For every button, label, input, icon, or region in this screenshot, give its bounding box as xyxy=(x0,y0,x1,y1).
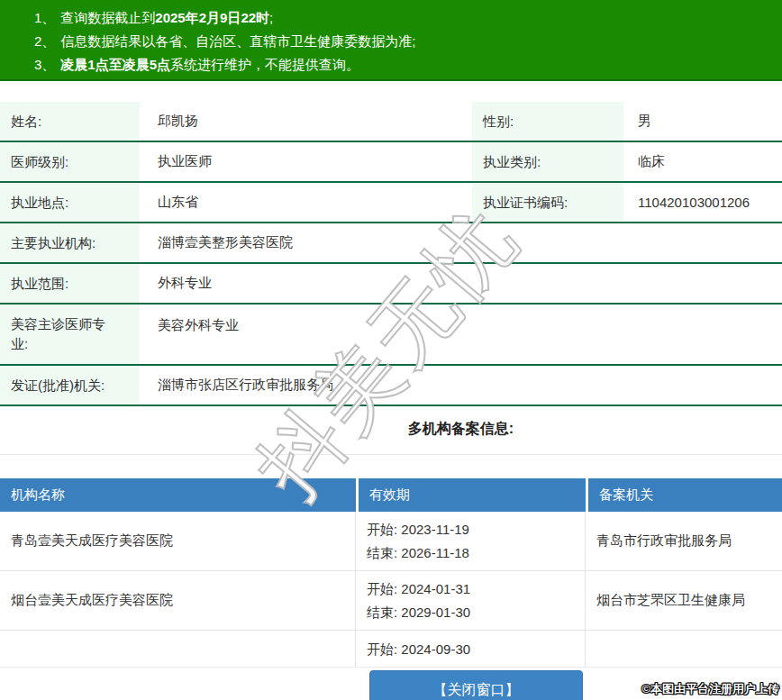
field-value-certificate-number: 110420103001206 xyxy=(623,183,782,222)
table-row: 医师级别: 执业医师 执业类别: 临床 xyxy=(0,142,782,183)
field-label-practice-category: 执业类别: xyxy=(472,142,623,181)
close-window-button[interactable]: 【关闭窗口】 xyxy=(369,670,583,700)
table-row: 主要执业机构: 淄博壹美整形美容医院 xyxy=(0,223,782,264)
cell-validity-period: 开始: 2024-01-31 结束: 2029-01-30 xyxy=(356,571,586,630)
cell-filing-authority: 烟台市芝罘区卫生健康局 xyxy=(586,571,782,630)
notice-text: 系统进行维护，不能提供查询。 xyxy=(170,57,359,72)
section-heading-multi-institution: 多机构备案信息: xyxy=(140,420,782,439)
section-heading-wrap: 多机构备案信息: xyxy=(0,406,782,455)
field-value-issuing-authority: 淄博市张店区行政审批服务局 xyxy=(140,366,782,405)
notice-number: 2、 xyxy=(34,33,55,49)
field-value-gender: 男 xyxy=(623,102,782,141)
notice-text: ; xyxy=(269,10,273,25)
column-header-filing-authority: 备案机关 xyxy=(586,478,782,512)
cell-institution-name: 烟台壹美天成医疗美容医院 xyxy=(0,571,356,630)
filing-table-header: 机构名称 有效期 备案机关 xyxy=(0,478,782,512)
validity-start: 开始: 2023-11-19 xyxy=(367,518,585,541)
field-label-practice-location: 执业地点: xyxy=(0,183,140,222)
field-value-cosmetic-specialty: 美容外科专业 xyxy=(140,305,782,364)
notice-text: 查询数据截止到 xyxy=(60,10,155,25)
validity-end: 结束: 2026-11-18 xyxy=(367,541,585,565)
column-header-validity-period: 有效期 xyxy=(356,478,586,512)
field-value-practice-scope: 外科专业 xyxy=(140,264,782,303)
validity-start: 开始: 2024-01-31 xyxy=(367,577,585,601)
field-label-gender: 性别: xyxy=(472,102,623,141)
field-value-name: 邱凯扬 xyxy=(140,102,472,141)
validity-start: 开始: 2024-09-30 xyxy=(367,638,585,661)
table-row: 烟台壹美天成医疗美容医院 开始: 2024-01-31 结束: 2029-01-… xyxy=(0,571,782,631)
filing-table: 机构名称 有效期 备案机关 青岛壹美天成医疗美容医院 开始: 2023-11-1… xyxy=(0,478,782,685)
validity-end: 结束: 2029-01-30 xyxy=(367,601,585,624)
field-label-cosmetic-specialty: 美容主诊医师专业: xyxy=(0,305,140,364)
table-row: 青岛壹美天成医疗美容医院 开始: 2023-11-19 结束: 2026-11-… xyxy=(0,512,782,571)
page-footer: 【关闭窗口】 xyxy=(0,667,782,700)
notice-text-bold: 凌晨1点至凌晨5点 xyxy=(60,57,170,72)
notice-number: 3、 xyxy=(34,57,55,72)
field-value-practice-location: 山东省 xyxy=(140,183,472,222)
field-label-certificate-number: 执业证书编码: xyxy=(472,183,623,222)
notice-text-bold: 2025年2月9日22时 xyxy=(155,10,269,25)
notice-line-3: 3、凌晨1点至凌晨5点系统进行维护，不能提供查询。 xyxy=(0,53,782,77)
field-value-main-institution: 淄博壹美整形美容医院 xyxy=(140,223,782,262)
notice-banner: 1、查询数据截止到2025年2月9日22时; 2、信息数据结果以各省、自治区、直… xyxy=(0,0,782,81)
field-value-physician-level: 执业医师 xyxy=(140,142,472,181)
cell-filing-authority: 青岛市行政审批服务局 xyxy=(586,512,782,570)
practitioner-info-table: 姓名: 邱凯扬 性别: 男 医师级别: 执业医师 执业类别: 临床 执业地点: … xyxy=(0,102,782,406)
table-row: 姓名: 邱凯扬 性别: 男 xyxy=(0,102,782,142)
field-label-practice-scope: 执业范围: xyxy=(0,264,140,303)
notice-number: 1、 xyxy=(34,10,55,25)
table-row: 执业地点: 山东省 执业证书编码: 110420103001206 xyxy=(0,183,782,223)
notice-line-1: 1、查询数据截止到2025年2月9日22时; xyxy=(0,6,782,30)
field-label-issuing-authority: 发证(批准)机关: xyxy=(0,366,140,405)
field-label-name: 姓名: xyxy=(0,102,140,141)
field-label-physician-level: 医师级别: xyxy=(0,142,140,181)
field-label-main-institution: 主要执业机构: xyxy=(0,223,140,262)
column-header-institution-name: 机构名称 xyxy=(0,478,356,512)
cell-validity-period: 开始: 2023-11-19 结束: 2026-11-18 xyxy=(356,512,586,570)
field-value-practice-category: 临床 xyxy=(623,142,782,181)
table-row: 美容主诊医师专业: 美容外科专业 xyxy=(0,305,782,366)
notice-line-2: 2、信息数据结果以各省、自治区、直辖市卫生健康委数据为准; xyxy=(0,30,782,53)
table-row: 发证(批准)机关: 淄博市张店区行政审批服务局 xyxy=(0,366,782,406)
table-row: 执业范围: 外科专业 xyxy=(0,264,782,305)
cell-institution-name: 青岛壹美天成医疗美容医院 xyxy=(0,512,356,570)
notice-text: 信息数据结果以各省、自治区、直辖市卫生健康委数据为准; xyxy=(60,33,415,49)
